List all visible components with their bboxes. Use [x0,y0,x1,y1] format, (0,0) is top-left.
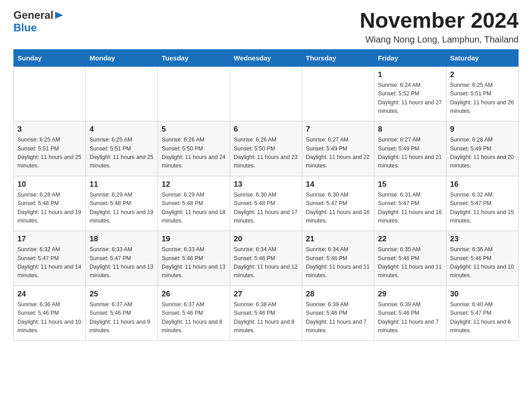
calendar-cell: 11Sunrise: 6:29 AMSunset: 5:48 PMDayligh… [86,176,158,231]
calendar-cell: 24Sunrise: 6:36 AMSunset: 5:46 PMDayligh… [14,286,86,341]
calendar-cell: 22Sunrise: 6:35 AMSunset: 5:46 PMDayligh… [374,231,446,286]
day-number: 18 [90,235,154,244]
day-number: 1 [378,70,442,79]
day-info: Sunrise: 6:32 AMSunset: 5:47 PMDaylight:… [450,191,515,226]
calendar-cell: 4Sunrise: 6:25 AMSunset: 5:51 PMDaylight… [86,121,158,176]
day-number: 21 [306,235,370,244]
calendar-cell: 2Sunrise: 6:25 AMSunset: 5:51 PMDaylight… [446,66,519,121]
calendar-cell: 12Sunrise: 6:29 AMSunset: 5:48 PMDayligh… [158,176,230,231]
day-info: Sunrise: 6:34 AMSunset: 5:46 PMDaylight:… [234,245,298,280]
day-number: 10 [17,180,82,189]
calendar-header-friday: Friday [374,49,446,66]
calendar-cell [14,66,86,121]
day-info: Sunrise: 6:26 AMSunset: 5:50 PMDaylight:… [162,136,226,171]
calendar-header-saturday: Saturday [446,49,519,66]
calendar-header-tuesday: Tuesday [158,49,230,66]
day-number: 23 [450,235,515,244]
day-info: Sunrise: 6:30 AMSunset: 5:48 PMDaylight:… [234,191,298,226]
day-info: Sunrise: 6:33 AMSunset: 5:47 PMDaylight:… [90,245,154,280]
day-number: 3 [17,125,82,134]
day-info: Sunrise: 6:36 AMSunset: 5:46 PMDaylight:… [450,245,515,280]
day-number: 2 [450,70,515,79]
calendar-week-row: 3Sunrise: 6:25 AMSunset: 5:51 PMDaylight… [14,121,519,176]
calendar-header-wednesday: Wednesday [230,49,302,66]
calendar-week-row: 10Sunrise: 6:28 AMSunset: 5:48 PMDayligh… [14,176,519,231]
day-info: Sunrise: 6:29 AMSunset: 5:48 PMDaylight:… [162,191,226,226]
day-info: Sunrise: 6:37 AMSunset: 5:46 PMDaylight:… [90,300,154,335]
day-info: Sunrise: 6:38 AMSunset: 5:46 PMDaylight:… [234,300,298,335]
day-info: Sunrise: 6:26 AMSunset: 5:50 PMDaylight:… [234,136,298,171]
calendar-cell: 9Sunrise: 6:28 AMSunset: 5:49 PMDaylight… [446,121,519,176]
calendar-cell: 18Sunrise: 6:33 AMSunset: 5:47 PMDayligh… [86,231,158,286]
day-number: 29 [378,290,442,299]
day-info: Sunrise: 6:24 AMSunset: 5:52 PMDaylight:… [378,81,442,116]
logo-blue-text: Blue [13,21,37,34]
calendar-cell: 1Sunrise: 6:24 AMSunset: 5:52 PMDaylight… [374,66,446,121]
day-number: 8 [378,125,442,134]
calendar-cell [86,66,158,121]
day-number: 30 [450,290,515,299]
calendar-cell: 14Sunrise: 6:30 AMSunset: 5:47 PMDayligh… [302,176,374,231]
calendar-cell: 26Sunrise: 6:37 AMSunset: 5:46 PMDayligh… [158,286,230,341]
calendar-cell [158,66,230,121]
logo: General Blue [13,9,64,34]
calendar-cell: 28Sunrise: 6:39 AMSunset: 5:46 PMDayligh… [302,286,374,341]
calendar-cell [230,66,302,121]
page-header: General Blue November 2024 Wiang Nong Lo… [13,9,519,45]
calendar-cell: 10Sunrise: 6:28 AMSunset: 5:48 PMDayligh… [14,176,86,231]
day-number: 22 [378,235,442,244]
day-info: Sunrise: 6:30 AMSunset: 5:47 PMDaylight:… [306,191,370,226]
day-info: Sunrise: 6:28 AMSunset: 5:49 PMDaylight:… [450,136,515,171]
day-number: 13 [234,180,298,189]
day-info: Sunrise: 6:28 AMSunset: 5:48 PMDaylight:… [17,191,82,226]
calendar-cell: 19Sunrise: 6:33 AMSunset: 5:46 PMDayligh… [158,231,230,286]
calendar-header-row: SundayMondayTuesdayWednesdayThursdayFrid… [14,49,519,66]
calendar-cell: 23Sunrise: 6:36 AMSunset: 5:46 PMDayligh… [446,231,519,286]
day-number: 24 [17,290,82,299]
day-info: Sunrise: 6:29 AMSunset: 5:48 PMDaylight:… [90,191,154,226]
day-number: 20 [234,235,298,244]
calendar-cell: 25Sunrise: 6:37 AMSunset: 5:46 PMDayligh… [86,286,158,341]
day-info: Sunrise: 6:25 AMSunset: 5:51 PMDaylight:… [90,136,154,171]
calendar-cell: 27Sunrise: 6:38 AMSunset: 5:46 PMDayligh… [230,286,302,341]
logo-arrow-icon [54,10,64,20]
calendar-header-monday: Monday [86,49,158,66]
day-number: 12 [162,180,226,189]
calendar-cell: 8Sunrise: 6:27 AMSunset: 5:49 PMDaylight… [374,121,446,176]
day-info: Sunrise: 6:39 AMSunset: 5:46 PMDaylight:… [378,300,442,335]
day-info: Sunrise: 6:33 AMSunset: 5:46 PMDaylight:… [162,245,226,280]
calendar-cell: 30Sunrise: 6:40 AMSunset: 5:47 PMDayligh… [446,286,519,341]
calendar-header-sunday: Sunday [14,49,86,66]
day-number: 19 [162,235,226,244]
day-number: 6 [234,125,298,134]
calendar-cell: 6Sunrise: 6:26 AMSunset: 5:50 PMDaylight… [230,121,302,176]
calendar-week-row: 17Sunrise: 6:32 AMSunset: 5:47 PMDayligh… [14,231,519,286]
day-info: Sunrise: 6:36 AMSunset: 5:46 PMDaylight:… [17,300,82,335]
day-number: 9 [450,125,515,134]
location-subtitle: Wiang Nong Long, Lamphun, Thailand [360,34,519,45]
day-info: Sunrise: 6:35 AMSunset: 5:46 PMDaylight:… [378,245,442,280]
calendar-header-thursday: Thursday [302,49,374,66]
day-number: 28 [306,290,370,299]
calendar-cell: 21Sunrise: 6:34 AMSunset: 5:46 PMDayligh… [302,231,374,286]
calendar-cell: 15Sunrise: 6:31 AMSunset: 5:47 PMDayligh… [374,176,446,231]
day-info: Sunrise: 6:25 AMSunset: 5:51 PMDaylight:… [17,136,82,171]
calendar-cell: 5Sunrise: 6:26 AMSunset: 5:50 PMDaylight… [158,121,230,176]
day-number: 7 [306,125,370,134]
calendar-cell: 13Sunrise: 6:30 AMSunset: 5:48 PMDayligh… [230,176,302,231]
logo-general-text: General [13,9,53,21]
calendar-cell: 7Sunrise: 6:27 AMSunset: 5:49 PMDaylight… [302,121,374,176]
calendar-cell: 3Sunrise: 6:25 AMSunset: 5:51 PMDaylight… [14,121,86,176]
svg-marker-0 [55,12,63,19]
calendar-cell [302,66,374,121]
day-number: 5 [162,125,226,134]
day-info: Sunrise: 6:37 AMSunset: 5:46 PMDaylight:… [162,300,226,335]
title-section: November 2024 Wiang Nong Long, Lamphun, … [360,9,519,45]
day-number: 15 [378,180,442,189]
day-info: Sunrise: 6:27 AMSunset: 5:49 PMDaylight:… [378,136,442,171]
month-title: November 2024 [360,9,519,33]
calendar-week-row: 24Sunrise: 6:36 AMSunset: 5:46 PMDayligh… [14,286,519,341]
day-number: 14 [306,180,370,189]
day-number: 17 [17,235,82,244]
calendar-cell: 20Sunrise: 6:34 AMSunset: 5:46 PMDayligh… [230,231,302,286]
